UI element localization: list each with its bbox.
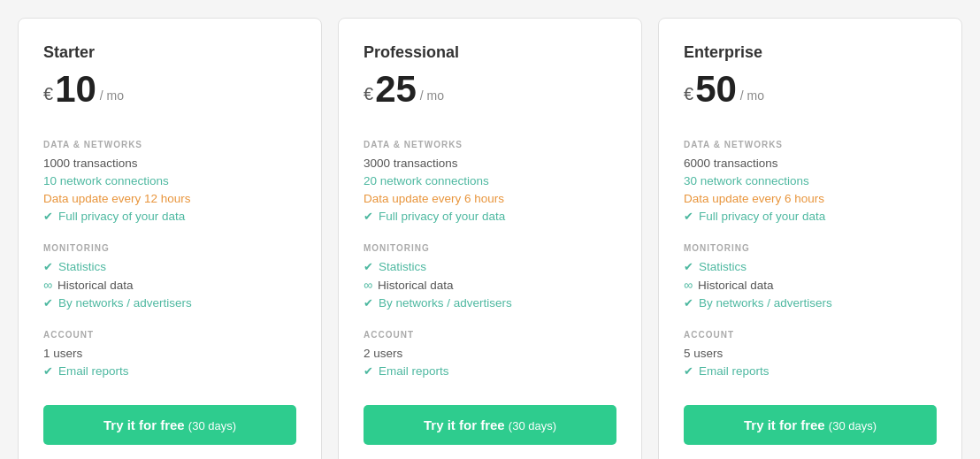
section-label-0-1: Monitoring (43, 243, 296, 253)
feature-list-1-1: ✔Statistics∞Historical data✔By networks … (364, 260, 616, 314)
feature-item: Data update every 6 hours (364, 192, 616, 205)
check-icon: ✔ (364, 296, 373, 310)
price-period: / mo (100, 88, 124, 103)
feature-text: Historical data (378, 279, 454, 292)
infinity-icon: ∞ (364, 278, 372, 292)
feature-list-0-2: 1 users✔Email reports (43, 347, 296, 382)
feature-list-2-1: ✔Statistics∞Historical data✔By networks … (684, 260, 937, 314)
price-amount: 10 (55, 71, 96, 108)
section-label-2-0: Data & Networks (684, 140, 937, 149)
feature-item: ✔Statistics (43, 260, 296, 273)
feature-item: ✔Email reports (364, 364, 616, 378)
button-days: (30 days) (829, 419, 877, 432)
feature-item: 1 users (43, 347, 296, 360)
feature-item: ✔Full privacy of your data (43, 210, 296, 223)
feature-list-2-0: 6000 transactions30 network connectionsD… (684, 157, 937, 227)
feature-text: Email reports (58, 364, 129, 378)
feature-text: 3000 transactions (364, 157, 458, 170)
plan-card-enterprise: Enterprise€50/ moData & Networks6000 tra… (658, 18, 962, 459)
check-icon: ✔ (684, 210, 693, 223)
feature-text: 30 network connections (684, 174, 809, 187)
infinity-icon: ∞ (43, 278, 52, 292)
feature-item: 5 users (684, 347, 937, 360)
check-icon: ✔ (684, 296, 693, 310)
feature-text: Statistics (699, 260, 746, 273)
feature-text: 2 users (364, 347, 402, 360)
feature-item: ✔By networks / advertisers (364, 296, 616, 310)
feature-text: 10 network connections (43, 174, 169, 187)
price-amount: 25 (375, 71, 417, 108)
price-row-starter: €10/ mo (43, 71, 296, 108)
feature-item: 10 network connections (43, 174, 296, 187)
section-label-1-2: Account (364, 330, 616, 340)
feature-item: ✔Email reports (684, 364, 937, 378)
feature-item: ∞Historical data (43, 278, 296, 292)
try-free-button-enterprise[interactable]: Try it for free (30 days) (684, 405, 937, 445)
section-label-1-0: Data & Networks (364, 140, 616, 149)
feature-text: 1000 transactions (43, 157, 138, 170)
feature-list-0-1: ✔Statistics∞Historical data✔By networks … (43, 260, 296, 314)
feature-item: Data update every 12 hours (43, 192, 296, 205)
feature-item: ✔Full privacy of your data (364, 210, 616, 223)
feature-text: Data update every 6 hours (364, 192, 504, 205)
feature-text: By networks / advertisers (58, 296, 192, 310)
feature-item: ✔Email reports (43, 364, 296, 378)
feature-list-0-0: 1000 transactions10 network connectionsD… (43, 157, 296, 227)
check-icon: ✔ (684, 260, 693, 273)
button-days: (30 days) (509, 419, 556, 432)
feature-text: Statistics (58, 260, 106, 273)
plan-name-professional: Professional (364, 43, 616, 62)
feature-text: Data update every 12 hours (43, 192, 191, 205)
feature-item: 3000 transactions (364, 157, 616, 170)
feature-text: 1 users (43, 347, 82, 360)
feature-text: Historical data (57, 279, 134, 292)
feature-item: ✔Statistics (364, 260, 616, 273)
price-amount: 50 (695, 71, 737, 108)
section-label-0-2: Account (43, 330, 296, 340)
check-icon: ✔ (684, 364, 693, 378)
feature-text: 5 users (684, 347, 723, 360)
check-icon: ✔ (43, 364, 53, 378)
price-period: / mo (740, 88, 764, 103)
feature-item: 2 users (364, 347, 616, 360)
section-label-2-2: Account (684, 330, 937, 340)
feature-item: ✔By networks / advertisers (43, 296, 296, 310)
feature-text: Email reports (699, 364, 769, 378)
plan-card-starter: Starter€10/ moData & Networks1000 transa… (18, 18, 322, 459)
plan-card-professional: Professional€25/ moData & Networks3000 t… (338, 18, 642, 459)
price-period: / mo (420, 88, 444, 103)
feature-text: Full privacy of your data (58, 210, 185, 223)
price-row-professional: €25/ mo (364, 71, 616, 108)
price-row-enterprise: €50/ mo (684, 71, 937, 108)
button-days: (30 days) (188, 419, 236, 432)
feature-item: 1000 transactions (43, 157, 296, 170)
check-icon: ✔ (364, 210, 373, 223)
feature-item: ∞Historical data (364, 278, 616, 292)
feature-list-2-2: 5 users✔Email reports (684, 347, 937, 382)
feature-item: 6000 transactions (684, 157, 937, 170)
try-free-button-professional[interactable]: Try it for free (30 days) (364, 405, 616, 445)
check-icon: ✔ (43, 296, 53, 310)
feature-item: Data update every 6 hours (684, 192, 937, 205)
currency-symbol: € (364, 80, 373, 108)
feature-text: By networks / advertisers (699, 296, 832, 310)
check-icon: ✔ (364, 364, 373, 378)
feature-text: Data update every 6 hours (684, 192, 824, 205)
feature-text: Email reports (379, 364, 449, 378)
try-free-button-starter[interactable]: Try it for free (30 days) (43, 405, 296, 445)
infinity-icon: ∞ (684, 278, 693, 292)
feature-text: Full privacy of your data (699, 210, 825, 223)
pricing-container: Starter€10/ moData & Networks1000 transa… (18, 18, 962, 459)
plan-name-enterprise: Enterprise (684, 43, 937, 62)
feature-item: 20 network connections (364, 174, 616, 187)
feature-text: By networks / advertisers (379, 296, 512, 310)
feature-text: 20 network connections (364, 174, 489, 187)
feature-item: ∞Historical data (684, 278, 937, 292)
check-icon: ✔ (43, 210, 53, 223)
check-icon: ✔ (364, 260, 373, 273)
feature-item: ✔By networks / advertisers (684, 296, 937, 310)
feature-text: Statistics (379, 260, 426, 273)
check-icon: ✔ (43, 260, 53, 273)
feature-list-1-2: 2 users✔Email reports (364, 347, 616, 382)
feature-item: ✔Full privacy of your data (684, 210, 937, 223)
